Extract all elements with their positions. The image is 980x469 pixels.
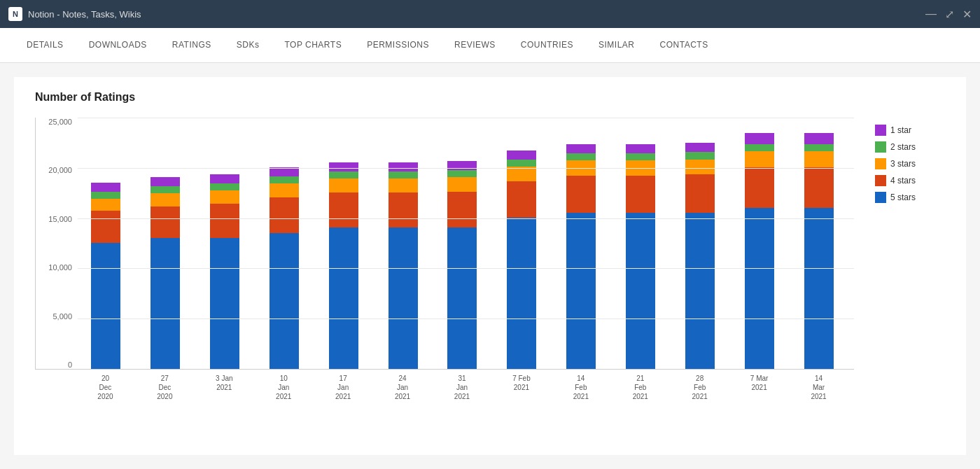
x-label-3: 10Jan2021 [255, 374, 312, 401]
main-content: Number of Ratings 25,000 20,000 15,000 1… [14, 77, 966, 455]
bar-segment-star4-6 [447, 192, 477, 228]
y-label-5000: 5,000 [36, 312, 78, 321]
legend-item-5stars: 5 stars [875, 192, 945, 203]
bar-segment-star5-10 [685, 213, 715, 369]
x-label-8: 14Feb2021 [552, 374, 609, 401]
bar-segment-star1-12 [804, 133, 834, 144]
nav-item-contacts[interactable]: CONTACTS [648, 28, 721, 62]
bar-segment-star1-2 [210, 174, 239, 183]
bar-segment-star4-0 [91, 211, 120, 243]
bar-segment-star4-10 [685, 174, 715, 213]
bar-segment-star3-0 [91, 199, 120, 211]
chart-area: 25,000 20,000 15,000 10,000 5,000 0 [35, 118, 945, 401]
maximize-button[interactable]: ⤢ [945, 8, 954, 21]
nav-item-reviews[interactable]: REVIEWS [442, 28, 508, 62]
bar-segment-star5-12 [804, 208, 834, 369]
nav-item-permissions[interactable]: PERMISSIONS [354, 28, 442, 62]
bar-segment-star4-4 [329, 192, 358, 227]
bar-group-7 [493, 150, 550, 369]
bar-segment-star4-2 [210, 204, 239, 238]
bar-segment-star1-10 [685, 143, 715, 152]
bar-segment-star4-7 [507, 181, 536, 218]
legend-item-3stars: 3 stars [875, 158, 945, 169]
bar-segment-star5-7 [507, 218, 536, 369]
bar-segment-star2-12 [804, 144, 834, 151]
bar-stack-6 [447, 161, 477, 369]
bar-segment-star4-8 [566, 176, 596, 213]
bar-segment-star3-3 [270, 183, 299, 197]
titlebar-controls: — ⤢ ✕ [925, 8, 972, 21]
chart-inner: 25,000 20,000 15,000 10,000 5,000 0 [35, 118, 854, 370]
bar-group-9 [612, 144, 669, 369]
legend-color-3stars [875, 158, 886, 169]
bar-segment-star1-7 [507, 150, 536, 160]
bar-segment-star5-1 [150, 238, 180, 369]
bar-stack-1 [150, 177, 180, 369]
y-label-15000: 15,000 [36, 215, 78, 223]
titlebar-left: N Notion - Notes, Tasks, Wikis [8, 7, 141, 21]
nav-item-downloads[interactable]: DOWNLOADS [76, 28, 160, 62]
bar-segment-star2-5 [388, 172, 418, 178]
bar-group-4 [315, 162, 372, 369]
bar-segment-star3-7 [507, 167, 536, 182]
bar-segment-star1-0 [91, 183, 120, 192]
chart-legend: 1 star 2 stars 3 stars 4 stars 5 stars [875, 118, 945, 401]
bar-segment-star5-2 [210, 238, 239, 369]
bar-stack-4 [329, 162, 358, 369]
bar-segment-star4-11 [745, 167, 774, 208]
x-label-12: 14Mar2021 [790, 374, 847, 401]
nav-item-countries[interactable]: COUNTRIES [508, 28, 586, 62]
minimize-button[interactable]: — [925, 8, 937, 20]
bar-segment-star1-5 [388, 162, 418, 172]
nav-item-details[interactable]: DETAILS [14, 28, 76, 62]
bar-segment-star1-3 [270, 167, 299, 176]
bar-segment-star2-3 [270, 176, 299, 183]
y-label-20000: 20,000 [36, 166, 78, 174]
bar-group-11 [731, 133, 788, 369]
legend-color-2stars [875, 141, 886, 153]
legend-label-4stars: 4 stars [890, 176, 916, 186]
bar-group-5 [374, 162, 431, 369]
bar-segment-star3-1 [150, 193, 180, 206]
bar-group-6 [434, 161, 491, 369]
nav-item-top-charts[interactable]: TOP CHARTS [272, 28, 354, 62]
bar-segment-star3-10 [685, 160, 715, 175]
close-button[interactable]: ✕ [962, 8, 972, 21]
bar-stack-8 [566, 144, 596, 369]
bar-segment-star1-6 [447, 161, 477, 170]
app-icon: N [8, 7, 22, 21]
bars-wrapper [78, 118, 854, 369]
bar-segment-star1-4 [329, 162, 358, 172]
bar-segment-star1-8 [566, 144, 596, 153]
bar-segment-star5-6 [447, 227, 477, 369]
bar-segment-star1-11 [745, 133, 774, 144]
bar-group-12 [790, 133, 847, 369]
bar-stack-9 [626, 144, 655, 369]
y-axis: 25,000 20,000 15,000 10,000 5,000 0 [36, 118, 78, 369]
bar-segment-star4-9 [626, 176, 655, 213]
bar-segment-star2-10 [685, 152, 715, 159]
bar-segment-star2-4 [329, 172, 358, 178]
chart-title: Number of Ratings [35, 91, 945, 104]
x-label-0: 20Dec2020 [77, 374, 134, 401]
legend-color-5stars [875, 192, 886, 203]
nav-item-ratings[interactable]: RATINGS [160, 28, 224, 62]
titlebar-title: Notion - Notes, Tasks, Wikis [28, 9, 141, 20]
bar-segment-star2-8 [566, 153, 596, 160]
bar-segment-star3-6 [447, 177, 477, 191]
x-label-11: 7 Mar2021 [731, 374, 788, 401]
nav-item-similar[interactable]: SIMILAR [586, 28, 648, 62]
legend-item-1star: 1 star [875, 125, 945, 136]
bar-segment-star4-5 [388, 192, 418, 227]
bar-segment-star5-4 [329, 227, 358, 369]
bar-segment-star2-1 [150, 186, 180, 193]
x-label-4: 17Jan2021 [315, 374, 372, 401]
nav-bar: DETAILSDOWNLOADSRATINGSSDKsTOP CHARTSPER… [0, 28, 980, 63]
chart-container: 25,000 20,000 15,000 10,000 5,000 0 [35, 118, 854, 401]
bar-stack-0 [91, 183, 120, 369]
x-label-7: 7 Feb2021 [493, 374, 550, 401]
nav-item-sdks[interactable]: SDKs [224, 28, 272, 62]
bar-group-2 [197, 174, 253, 369]
bar-group-8 [553, 144, 610, 369]
legend-label-3stars: 3 stars [890, 159, 916, 169]
